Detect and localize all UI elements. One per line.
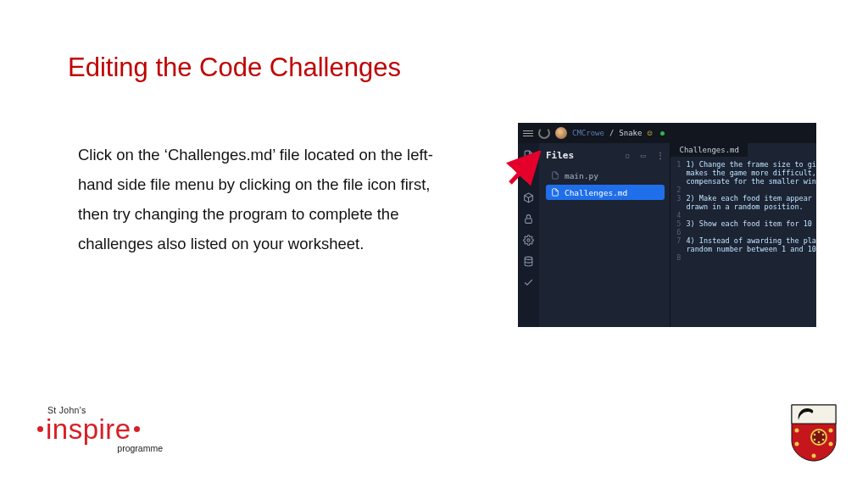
avatar-icon (555, 127, 567, 139)
file-item-label: main.py (565, 171, 598, 180)
status-dot-icon (660, 131, 665, 136)
svg-rect-7 (792, 405, 836, 424)
file-item-main[interactable]: main.py (546, 168, 665, 183)
database-icon[interactable] (523, 256, 534, 267)
svg-point-14 (818, 431, 821, 434)
package-icon[interactable] (523, 192, 534, 203)
ide-sidebar-rail (518, 143, 539, 327)
gear-icon[interactable] (523, 235, 534, 246)
svg-point-10 (795, 442, 799, 446)
replit-logo-icon (538, 127, 550, 139)
file-item-label: Challenges.md (565, 188, 627, 197)
svg-point-16 (822, 439, 825, 441)
new-file-icon[interactable]: ▫ (625, 151, 630, 160)
svg-point-4 (527, 239, 530, 241)
hamburger-icon (523, 130, 533, 136)
college-crest-icon (790, 403, 837, 463)
breadcrumb-sep: / (609, 129, 614, 137)
ide-topbar: CMCrowe / Snake ☺ (518, 123, 816, 143)
editor-tab[interactable]: Challenges.md (670, 143, 747, 157)
breadcrumb-project: Snake (619, 129, 642, 137)
svg-point-19 (814, 434, 816, 436)
svg-point-9 (829, 429, 833, 433)
svg-point-5 (525, 257, 532, 259)
editor-pane: Challenges.md 11) Change the frame size … (670, 143, 816, 327)
body-paragraph: Click on the ‘Challenges.md’ file locate… (78, 140, 451, 259)
svg-rect-3 (526, 219, 532, 223)
branch-icon[interactable] (523, 171, 534, 182)
svg-point-15 (822, 434, 825, 436)
logo-wordmark: inspire (46, 415, 131, 443)
svg-point-12 (812, 454, 816, 458)
files-panel: Files ▫ ▭ ⋮ main.py Challenges.md (539, 143, 670, 327)
new-folder-icon[interactable]: ▭ (641, 151, 646, 160)
svg-point-0 (525, 173, 526, 175)
breadcrumb-user: CMCrowe (572, 129, 604, 137)
lock-icon[interactable] (523, 214, 534, 225)
ide-screenshot: CMCrowe / Snake ☺ Files ▫ ▭ (518, 123, 816, 327)
svg-point-8 (795, 429, 799, 433)
svg-point-18 (814, 439, 816, 441)
files-header-label: Files (546, 150, 574, 161)
more-icon[interactable]: ⋮ (656, 151, 665, 160)
svg-point-11 (829, 442, 833, 446)
slide-title: Editing the Code Challenges (68, 53, 401, 83)
logo-dot-icon (134, 426, 140, 432)
slide: Editing the Code Challenges Click on the… (0, 0, 868, 488)
inspire-logo: St John's inspire programme (37, 405, 173, 453)
check-icon[interactable] (523, 277, 534, 288)
svg-point-1 (525, 179, 526, 180)
logo-dot-icon (37, 426, 43, 432)
file-item-challenges[interactable]: Challenges.md (546, 185, 665, 200)
svg-point-17 (818, 441, 821, 444)
file-icon[interactable] (523, 150, 534, 161)
emoji-icon: ☺ (647, 129, 652, 138)
